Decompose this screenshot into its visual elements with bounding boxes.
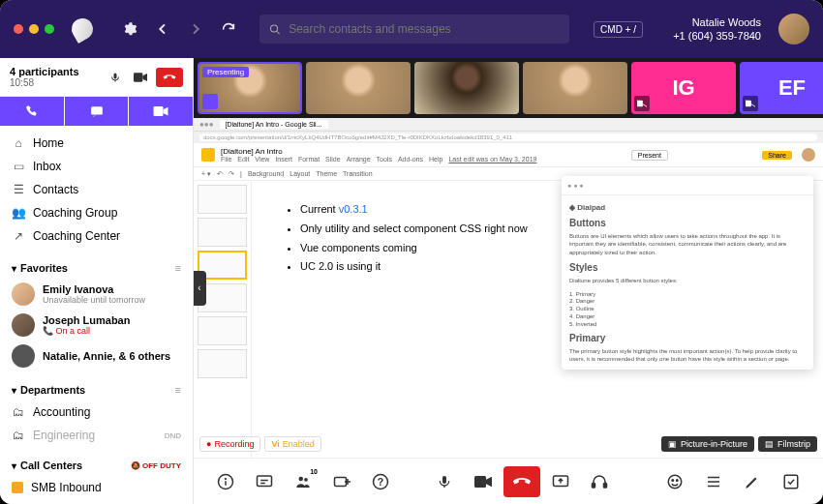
hangup-button[interactable] <box>156 68 183 87</box>
annotate-button[interactable] <box>734 466 771 497</box>
dept-icon: 🗂 <box>12 405 25 419</box>
favorites-header[interactable]: ▾Favorites≡ <box>0 257 193 279</box>
menu-item[interactable]: Format <box>298 156 320 163</box>
nav-coaching-center[interactable]: ↗Coaching Center <box>0 224 193 248</box>
collapse-sidebar-button[interactable]: ‹ <box>194 271 206 306</box>
nav-contacts[interactable]: ☰Contacts <box>0 178 193 201</box>
present-button[interactable]: Present <box>631 150 668 161</box>
thumbnail[interactable] <box>198 218 247 247</box>
settings-icon[interactable] <box>122 21 137 37</box>
share-button[interactable]: Share <box>762 151 792 160</box>
favorite-contact[interactable]: Joseph Lumaban📞 On a call <box>0 310 193 341</box>
video-tile[interactable] <box>414 62 519 114</box>
menu-item[interactable]: Add-ons <box>398 156 423 163</box>
svg-rect-17 <box>474 476 486 488</box>
menu-item[interactable]: Insert <box>275 156 292 163</box>
callcenters-header[interactable]: ▾Call Centers🔕 OFF DUTY <box>0 455 193 476</box>
main-stage: Presenting IG EF ‹ ●●●[Dialtone] An Intr… <box>194 58 823 504</box>
maximize-window[interactable] <box>45 24 54 34</box>
reactions-button[interactable] <box>656 466 693 497</box>
forward-icon[interactable] <box>188 21 203 37</box>
video-button[interactable] <box>131 68 150 87</box>
vi-badge[interactable]: ViEnabled <box>264 436 320 452</box>
headset-button[interactable] <box>581 466 618 497</box>
menu-item[interactable]: View <box>255 156 269 163</box>
message-button[interactable] <box>65 97 129 126</box>
minimize-window[interactable] <box>29 24 39 34</box>
camera-toggle[interactable] <box>465 466 502 497</box>
filmstrip-button[interactable]: ▤ Filmstrip <box>758 436 817 452</box>
help-button[interactable]: ? <box>362 466 399 497</box>
nav-home[interactable]: ⌂Home <box>0 132 193 155</box>
refresh-icon[interactable] <box>221 21 236 37</box>
callcenter-item[interactable]: SMB Inbound <box>0 476 193 499</box>
avatar[interactable] <box>778 14 809 44</box>
video-tile-presenter[interactable]: Presenting <box>198 62 302 114</box>
participants-button[interactable]: 10 <box>285 466 321 497</box>
chevron-down-icon: ▾ <box>12 460 16 471</box>
svg-rect-20 <box>604 483 607 488</box>
pip-button[interactable]: ▣ Picture-in-Picture <box>661 436 754 452</box>
thumbnail[interactable] <box>198 349 247 378</box>
video-tile-initials[interactable]: EF <box>740 62 823 114</box>
close-window[interactable] <box>14 24 23 34</box>
video-tile[interactable] <box>523 62 627 114</box>
departments-header[interactable]: ▾Departments≡ <box>0 379 193 400</box>
menu-item[interactable]: Help <box>429 156 442 163</box>
call-duration: 10:58 <box>10 77 100 88</box>
menu-item[interactable]: Slide <box>325 156 341 163</box>
video-tile-initials[interactable]: IG <box>631 62 736 114</box>
menu-item[interactable]: Edit <box>237 156 249 163</box>
tasks-button[interactable] <box>773 466 809 497</box>
notes-button[interactable] <box>695 466 732 497</box>
departments-section: ▾Departments≡ 🗂Accounting 🗂EngineeringDN… <box>0 375 193 451</box>
active-call-header: 4 participants 10:58 <box>0 58 193 97</box>
body: 4 participants 10:58 ⌂Home ▭Inbox ☰Conta… <box>0 58 823 504</box>
callcenter-item[interactable]: 2 Step Auth (New CC)DND <box>0 499 193 504</box>
menu-item[interactable]: Arrange <box>347 156 371 163</box>
view-options: ▣ Picture-in-Picture ▤ Filmstrip <box>661 436 817 452</box>
department-item[interactable]: 🗂Accounting <box>0 400 193 424</box>
panel-heading: Primary <box>569 333 806 343</box>
browser-tab[interactable]: [Dialtone] An Intro - Google Sli... <box>220 120 328 129</box>
thumbnail[interactable] <box>198 316 247 345</box>
tb-item[interactable]: Transition <box>343 170 372 177</box>
department-item[interactable]: 🗂EngineeringDND <box>0 424 193 447</box>
search-input[interactable] <box>289 22 560 36</box>
add-participant-button[interactable] <box>323 466 360 497</box>
nav-inbox[interactable]: ▭Inbox <box>0 155 193 178</box>
menu-item[interactable]: Tools <box>377 156 392 163</box>
search-bar[interactable] <box>259 15 569 44</box>
favorite-contact[interactable]: Natalie, Annie, & 6 others <box>0 341 193 371</box>
floating-panel: ● ● ● ◈ Dialpad Buttons Buttons are UI e… <box>562 176 813 370</box>
camera-off-icon <box>743 96 758 111</box>
thumbnail[interactable] <box>198 185 247 214</box>
edit-icon[interactable]: ≡ <box>175 384 181 396</box>
info-button[interactable] <box>207 466 244 497</box>
start-video-button[interactable] <box>129 97 193 126</box>
url-bar: docs.google.com/presentation/d/1mcXyLkQ4… <box>194 132 823 143</box>
current-user[interactable]: Natalie Woods +1 (604) 359-7840 <box>673 15 761 44</box>
dial-button[interactable] <box>0 97 64 126</box>
chat-button[interactable] <box>246 466 283 497</box>
screenshare-button[interactable] <box>542 466 579 497</box>
nav-coaching-group[interactable]: 👥Coaching Group <box>0 201 193 224</box>
video-tile[interactable] <box>306 62 411 114</box>
doc-header: [Dialtone] An Intro File Edit View Inser… <box>194 143 823 167</box>
end-call-button[interactable] <box>503 466 540 497</box>
mic-toggle[interactable] <box>426 466 463 497</box>
mute-button[interactable] <box>106 68 125 87</box>
edit-icon[interactable]: ≡ <box>175 262 181 274</box>
svg-point-11 <box>299 476 304 481</box>
recording-badge[interactable]: ●Recording <box>199 436 260 452</box>
tb-item[interactable]: Theme <box>316 170 337 177</box>
cc-label: SMB Inbound <box>31 481 102 494</box>
list-item: 4. Danger <box>569 313 806 321</box>
menu-item[interactable]: File <box>221 156 231 163</box>
back-icon[interactable] <box>155 21 170 37</box>
favorite-contact[interactable]: Emily IvanovaUnavailable until tomorrow <box>0 279 193 310</box>
external-icon: ↗ <box>12 229 25 243</box>
tb-item[interactable]: Layout <box>290 170 310 177</box>
person-video <box>523 62 627 114</box>
tb-item[interactable]: Background <box>248 170 284 177</box>
